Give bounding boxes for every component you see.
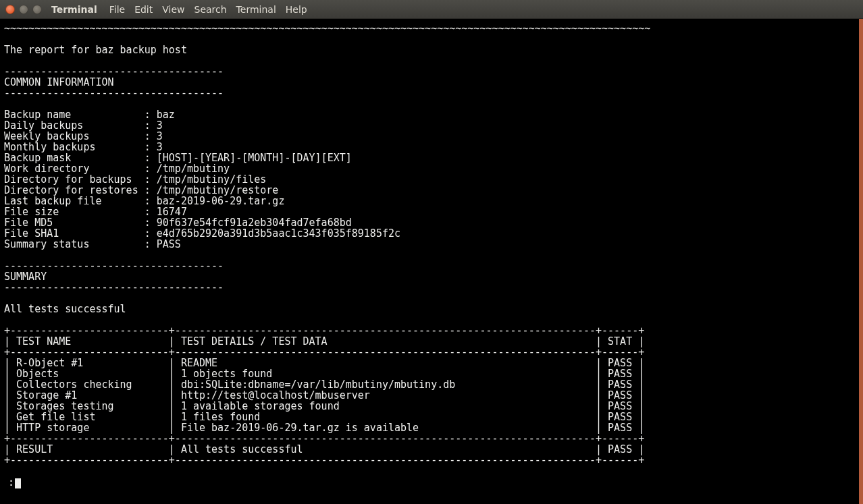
- close-icon[interactable]: [5, 5, 15, 14]
- menu-bar: File Edit View Search Terminal Help: [109, 4, 307, 15]
- menu-help[interactable]: Help: [286, 4, 307, 15]
- prompt-char: :: [8, 476, 14, 488]
- menu-search[interactable]: Search: [194, 4, 227, 15]
- window-titlebar: Terminal File Edit View Search Terminal …: [0, 0, 863, 19]
- maximize-icon[interactable]: [32, 5, 42, 14]
- window-buttons: [5, 5, 42, 14]
- menu-terminal[interactable]: Terminal: [236, 4, 276, 15]
- menu-file[interactable]: File: [109, 4, 125, 15]
- menu-edit[interactable]: Edit: [134, 4, 153, 15]
- app-title: Terminal: [51, 4, 97, 15]
- cursor-icon: [15, 478, 21, 488]
- pager-prompt[interactable]: :: [4, 476, 21, 488]
- minimize-icon[interactable]: [19, 5, 28, 14]
- menu-view[interactable]: View: [162, 4, 184, 15]
- terminal-output[interactable]: ~~~~~~~~~~~~~~~~~~~~~~~~~~~~~~~~~~~~~~~~…: [0, 19, 863, 466]
- scrollbar[interactable]: [859, 19, 863, 504]
